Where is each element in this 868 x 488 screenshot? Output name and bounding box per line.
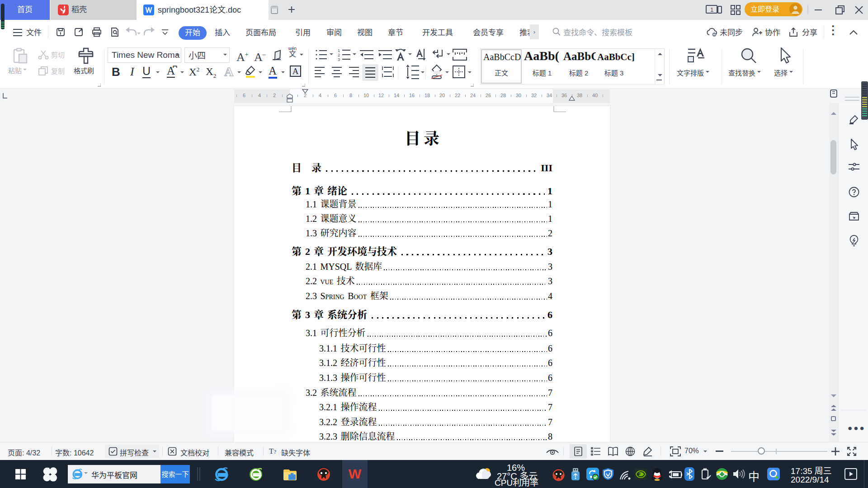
svg-text:2: 2 (338, 53, 340, 57)
svg-text:3: 3 (338, 57, 340, 61)
svg-text:1: 1 (710, 6, 713, 13)
svg-text:1: 1 (338, 48, 340, 53)
